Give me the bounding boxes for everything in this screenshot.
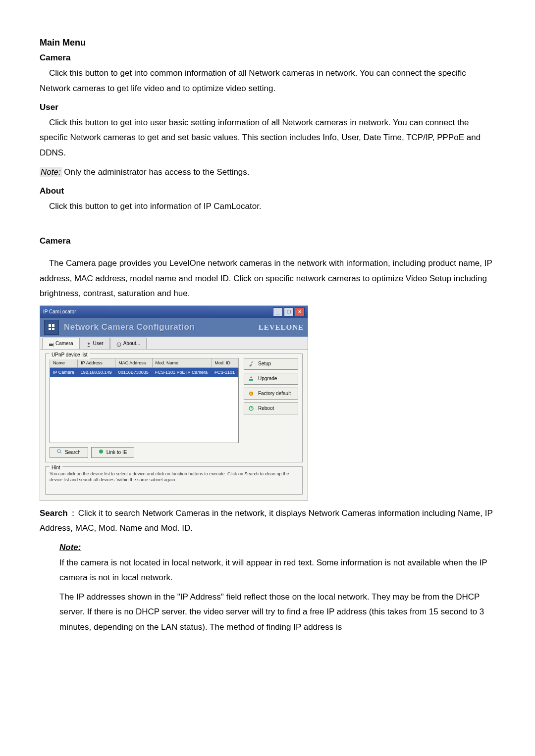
link-ie-label: Link to IE <box>107 448 127 457</box>
brand-label: LEVELONE <box>259 321 304 334</box>
reboot-button[interactable]: Reboot <box>244 403 298 414</box>
tab-about-label: About... <box>123 339 140 348</box>
link-ie-button[interactable]: Link to IE <box>91 447 135 458</box>
tab-about[interactable]: i About... <box>110 338 147 349</box>
gear-icon <box>248 391 254 397</box>
tab-content: UPnP device list Name IP Address MAC Add… <box>40 350 308 501</box>
app-logo <box>44 320 59 335</box>
hint-group: Hint You can click on the device list to… <box>45 466 303 495</box>
factory-default-button[interactable]: Factory default <box>244 388 298 400</box>
window-titlebar: IP CamLocator _ □ × <box>40 306 308 318</box>
note2-p2: The IP addresses shown in the "IP Addres… <box>59 590 495 635</box>
search-button[interactable]: Search <box>50 447 88 458</box>
header-bar: Network Camera Configuration LEVELONE <box>40 318 308 337</box>
device-table: Name IP Address MAC Address Mod. Name Mo… <box>50 358 239 443</box>
colon: ： <box>69 508 77 518</box>
wrench-icon <box>248 361 254 367</box>
svg-line-9 <box>60 452 61 454</box>
col-mac[interactable]: MAC Address <box>115 358 152 368</box>
note-admin-line: Note: Only the administrator has access … <box>40 165 495 180</box>
upgrade-label: Upgrade <box>258 374 277 383</box>
camera-icon <box>49 341 54 346</box>
table-header-row: Name IP Address MAC Address Mod. Name Mo… <box>50 358 239 368</box>
hint-label: Hint <box>50 463 62 472</box>
user-paragraph: Click this button to get into user basic… <box>40 115 495 161</box>
user-heading: User <box>40 100 495 115</box>
svg-rect-3 <box>52 328 54 330</box>
search-desc-line: Search：Click it to search Network Camera… <box>40 506 495 536</box>
note2-label: Note: <box>59 540 495 555</box>
svg-rect-2 <box>49 328 51 330</box>
table-row[interactable]: IP Camera 192.168.50.149 00116B730035 FC… <box>50 368 239 377</box>
minimize-button[interactable]: _ <box>273 307 283 316</box>
col-name[interactable]: Name <box>50 358 78 368</box>
window-title: IP CamLocator <box>43 307 76 316</box>
info-icon: i <box>116 341 121 346</box>
user-icon <box>86 341 91 346</box>
search-button-label: Search <box>65 448 81 457</box>
svg-rect-0 <box>49 324 51 327</box>
svg-rect-11 <box>249 379 253 381</box>
camera2-heading: Camera <box>40 234 495 249</box>
header-title: Network Camera Configuration <box>64 320 195 335</box>
cell-modname: FCS-1101 PoE IP Camera <box>152 368 212 377</box>
device-list-group: UPnP device list Name IP Address MAC Add… <box>45 353 303 462</box>
svg-text:i: i <box>118 343 119 347</box>
setup-button[interactable]: Setup <box>244 358 298 370</box>
hint-text: You can click on the device list to sele… <box>50 471 298 483</box>
col-modid[interactable]: Mod. ID <box>212 358 239 368</box>
tab-user[interactable]: User <box>80 338 110 349</box>
svg-point-13 <box>251 393 252 394</box>
search-label: Search <box>40 508 68 518</box>
search-icon <box>57 448 62 457</box>
side-button-panel: Setup Upgrade Factory default Reboot <box>244 358 298 457</box>
app-screenshot: IP CamLocator _ □ × Network Camera Confi… <box>40 305 308 501</box>
svg-rect-4 <box>49 344 52 346</box>
power-icon <box>248 405 254 411</box>
search-desc: Click it to search Network Cameras in th… <box>40 508 492 533</box>
cell-modid: FCS-1101 <box>212 368 239 377</box>
cell-ip: 192.168.50.149 <box>78 368 115 377</box>
globe-icon <box>99 448 104 457</box>
maximize-button[interactable]: □ <box>284 307 294 316</box>
note-label: Note: <box>40 167 62 177</box>
camera-heading: Camera <box>40 50 495 66</box>
tab-camera[interactable]: Camera <box>42 338 80 349</box>
about-paragraph: Click this button to get into informatio… <box>40 199 495 214</box>
factory-label: Factory default <box>258 389 291 398</box>
camera-paragraph: Click this button to get into common inf… <box>40 66 495 96</box>
upgrade-icon <box>248 376 254 382</box>
window-controls: _ □ × <box>273 307 305 316</box>
tabs-row: Camera User i About... <box>40 337 308 350</box>
cell-mac: 00116B730035 <box>115 368 152 377</box>
tab-camera-label: Camera <box>55 339 73 348</box>
svg-point-5 <box>88 343 90 345</box>
upgrade-button[interactable]: Upgrade <box>244 373 298 385</box>
note-admin-text: Only the administrator has access to the… <box>62 167 250 177</box>
empty-space <box>50 377 239 443</box>
tab-user-label: User <box>93 339 104 348</box>
col-ip[interactable]: IP Address <box>78 358 115 368</box>
reboot-label: Reboot <box>258 404 274 413</box>
svg-rect-1 <box>52 324 54 327</box>
about-heading: About <box>40 184 495 199</box>
close-button[interactable]: × <box>295 307 305 316</box>
camera2-paragraph: The Camera page provides you LevelOne ne… <box>40 256 495 302</box>
col-modname[interactable]: Mod. Name <box>152 358 212 368</box>
main-menu-heading: Main Menu <box>40 35 495 50</box>
note2-p1: If the camera is not located in local ne… <box>59 555 495 586</box>
setup-label: Setup <box>258 359 271 368</box>
group-label: UPnP device list <box>50 351 90 359</box>
cell-name: IP Camera <box>50 368 78 377</box>
svg-point-10 <box>99 450 103 454</box>
